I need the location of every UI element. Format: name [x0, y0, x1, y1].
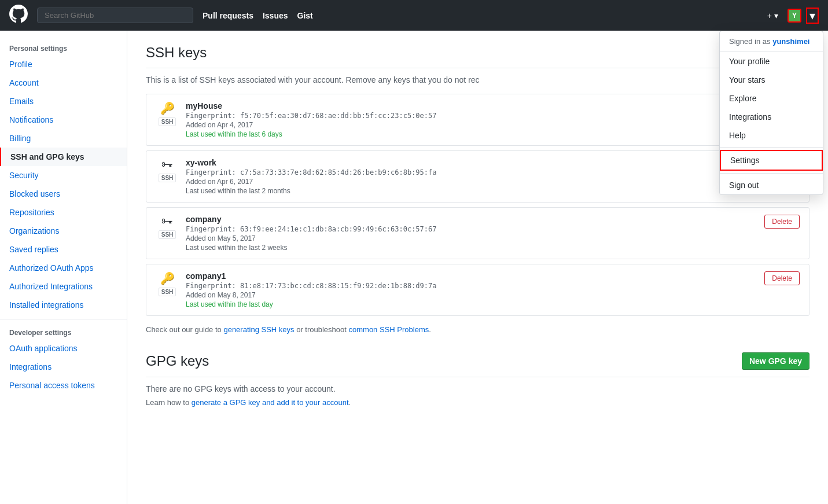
user-dropdown-button[interactable]: ▾ [806, 8, 819, 24]
key-name-4: company1 [186, 271, 757, 281]
ssh-key-card-company: 🗝 SSH company Fingerprint: 63:f9:ee:24:1… [146, 207, 809, 259]
key-details-2: xy-work Fingerprint: c7:5a:73:33:7e:8d:6… [186, 158, 757, 195]
key-name-1: myHouse [186, 101, 757, 111]
guide-suffix: . [429, 325, 431, 334]
gpg-learn-prefix: Learn how to [146, 398, 192, 407]
key-icon-1: 🔑 [160, 101, 175, 115]
sidebar-item-repositories[interactable]: Repositories [0, 203, 127, 222]
avatar-initial: Y [792, 12, 797, 20]
key-icon-4: 🔑 [160, 271, 175, 285]
gpg-empty-text: There are no GPG keys with access to you… [146, 384, 809, 393]
gpg-learn-text: Learn how to generate a GPG key and add … [146, 398, 809, 407]
key-fingerprint-2: Fingerprint: c7:5a:73:33:7e:8d:62:85:4d:… [186, 168, 757, 176]
ssh-badge-2: SSH [159, 174, 176, 182]
sidebar-item-personal-access-tokens[interactable]: Personal access tokens [0, 376, 127, 395]
sidebar-item-security[interactable]: Security [0, 166, 127, 185]
gpg-learn-link[interactable]: generate a GPG key and add it to your ac… [192, 398, 349, 407]
dropdown-divider [720, 147, 823, 148]
header-nav: Pull requests Issues Gist [203, 11, 313, 20]
key-icon-3: 🗝 [161, 215, 173, 228]
key-fingerprint-3: Fingerprint: 63:f9:ee:24:1e:c1:db:8a:cb:… [186, 225, 757, 233]
guide-prefix: Check out our guide to [146, 325, 223, 334]
user-dropdown-menu: Signed in as yunshimei Your profile Your… [719, 31, 823, 195]
dropdown-explore[interactable]: Explore [720, 89, 823, 108]
sidebar-item-oauth-apps[interactable]: Authorized OAuth Apps [0, 259, 127, 277]
common-ssh-problems-link[interactable]: common SSH Problems [349, 325, 429, 334]
gpg-section-title: GPG keys [146, 353, 209, 369]
ssh-guide-text: Check out our guide to generating SSH ke… [146, 325, 809, 334]
sidebar-item-ssh-gpg-keys[interactable]: SSH and GPG keys [0, 148, 127, 166]
fingerprint-value-1: f5:70:5f:ea:30:d7:68:ae:dd:bb:5f:cc:23:c… [240, 112, 437, 120]
sidebar-item-billing[interactable]: Billing [0, 129, 127, 148]
key-details-4: company1 Fingerprint: 81:e8:17:73:bc:cd:… [186, 271, 757, 308]
fingerprint-label-3: Fingerprint: [186, 225, 240, 233]
key-meta-1: Added on Apr 4, 2017 [186, 121, 757, 129]
dropdown-settings[interactable]: Settings [720, 150, 823, 171]
sidebar-item-emails[interactable]: Emails [0, 92, 127, 111]
new-gpg-key-button[interactable]: New GPG key [742, 352, 809, 370]
key-name-2: xy-work [186, 158, 757, 167]
sidebar-item-profile[interactable]: Profile [0, 55, 127, 73]
ssh-key-card-xywork: 🗝 SSH xy-work Fingerprint: c7:5a:73:33:7… [146, 150, 809, 203]
key-last-used-4: Last used within the last day [186, 300, 757, 308]
delete-key-3-button[interactable]: Delete [764, 215, 800, 229]
github-logo-icon[interactable] [9, 5, 28, 27]
sidebar-item-organizations[interactable]: Organizations [0, 222, 127, 240]
fingerprint-value-4: 81:e8:17:73:bc:cd:c8:88:15:f9:92:de:1b:8… [240, 282, 437, 290]
dropdown-help[interactable]: Help [720, 126, 823, 145]
fingerprint-value-3: 63:f9:ee:24:1e:c1:db:8a:cb:99:49:6c:63:0… [240, 225, 437, 233]
header: Pull requests Issues Gist + ▾ Y ▾ [0, 0, 828, 31]
key-last-used-1: Last used within the last 6 days [186, 130, 757, 138]
sidebar-item-saved-replies[interactable]: Saved replies [0, 240, 127, 259]
fingerprint-label-4: Fingerprint: [186, 282, 240, 290]
key-last-used-3: Last used within the last 2 weeks [186, 244, 757, 252]
dropdown-your-stars[interactable]: Your stars [720, 71, 823, 89]
dropdown-divider-2 [720, 173, 823, 174]
dropdown-signed-in: Signed in as yunshimei [720, 31, 823, 52]
plus-icon: + [767, 11, 772, 20]
ssh-key-card-myhouse: 🔑 SSH myHouse Fingerprint: f5:70:5f:ea:3… [146, 94, 809, 146]
key-meta-2: Added on Apr 6, 2017 [186, 178, 757, 186]
sidebar-item-blocked-users[interactable]: Blocked users [0, 185, 127, 203]
dropdown-username: yunshimei [772, 37, 809, 46]
key-name-3: company [186, 215, 757, 224]
sidebar-item-installed-integrations[interactable]: Installed integrations [0, 296, 127, 314]
key-meta-3: Added on May 5, 2017 [186, 234, 757, 242]
sidebar-divider [0, 319, 127, 319]
sidebar-item-notifications[interactable]: Notifications [0, 111, 127, 129]
nav-gist[interactable]: Gist [297, 11, 313, 20]
dropdown-your-profile[interactable]: Your profile [720, 52, 823, 71]
sidebar-item-dev-integrations[interactable]: Integrations [0, 358, 127, 376]
user-avatar-button[interactable]: Y [787, 9, 801, 23]
generating-ssh-keys-link[interactable]: generating SSH keys [223, 325, 294, 334]
key-actions-4: Delete [764, 271, 800, 285]
key-icon-wrap-4: 🔑 SSH [156, 271, 179, 296]
ssh-section-title: SSH keys [146, 45, 809, 68]
key-actions-3: Delete [764, 215, 800, 229]
ssh-section-description: This is a list of SSH keys associated wi… [146, 75, 809, 84]
sidebar-item-account[interactable]: Account [0, 73, 127, 92]
header-actions: + ▾ Y ▾ [763, 8, 819, 24]
nav-pull-requests[interactable]: Pull requests [203, 11, 253, 20]
sidebar-item-oauth-applications[interactable]: OAuth applications [0, 339, 127, 358]
delete-key-4-button[interactable]: Delete [764, 271, 800, 285]
sidebar: Personal settings Profile Account Emails… [0, 31, 127, 504]
ssh-badge-3: SSH [159, 230, 176, 239]
main-layout: Personal settings Profile Account Emails… [0, 31, 828, 504]
key-last-used-2: Last used within the last 2 months [186, 187, 757, 195]
ssh-badge-1: SSH [159, 117, 176, 126]
personal-settings-title: Personal settings [0, 40, 127, 55]
developer-settings-title: Developer settings [0, 324, 127, 339]
search-input[interactable] [37, 8, 193, 23]
sidebar-item-authorized-integrations[interactable]: Authorized Integrations [0, 277, 127, 296]
key-icon-wrap-2: 🗝 SSH [156, 158, 179, 182]
guide-mid: or troubleshoot [295, 325, 349, 334]
key-fingerprint-1: Fingerprint: f5:70:5f:ea:30:d7:68:ae:dd:… [186, 112, 757, 120]
gpg-section-header: GPG keys New GPG key [146, 352, 809, 377]
nav-issues[interactable]: Issues [263, 11, 288, 20]
plus-button[interactable]: + ▾ [763, 9, 783, 23]
key-icon-wrap-1: 🔑 SSH [156, 101, 179, 126]
dropdown-sign-out[interactable]: Sign out [720, 176, 823, 194]
ssh-key-card-company1: 🔑 SSH company1 Fingerprint: 81:e8:17:73:… [146, 264, 809, 316]
dropdown-integrations[interactable]: Integrations [720, 108, 823, 126]
